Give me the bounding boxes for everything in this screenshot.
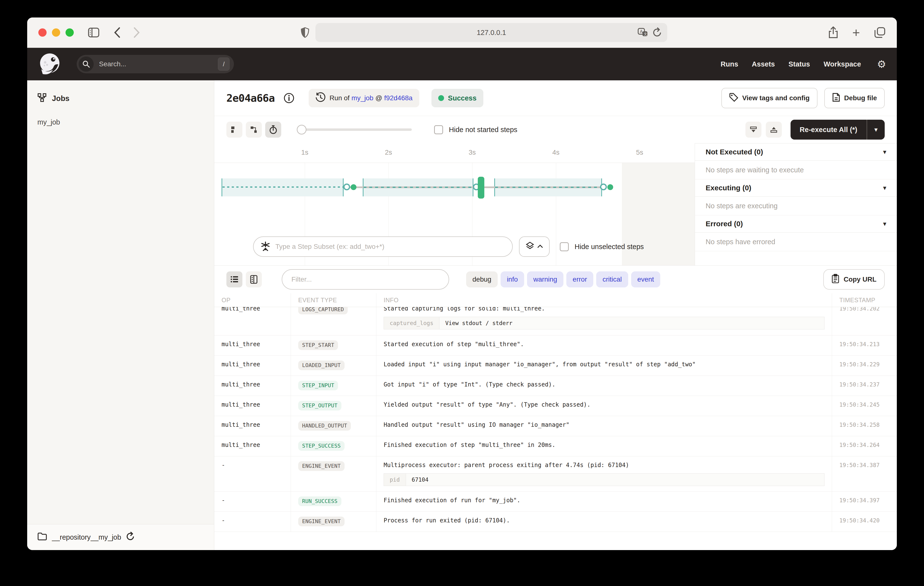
- timestamp-cell: 19:50:34.237: [832, 376, 897, 396]
- gantt-dashed-line: [363, 187, 473, 188]
- table-row[interactable]: multi_threeSTEP_INPUTGot input "i" of ty…: [214, 376, 897, 396]
- share-icon[interactable]: [828, 26, 838, 39]
- sidebar-toggle-icon[interactable]: [88, 27, 99, 38]
- nav-runs[interactable]: Runs: [721, 60, 738, 68]
- errored-section-header[interactable]: Errored (0) ▾: [695, 215, 897, 233]
- log-table-header: OP EVENT TYPE INFO TIMESTAMP: [214, 293, 897, 307]
- timestamp-cell: 19:50:34.245: [832, 396, 897, 416]
- dagster-logo[interactable]: [38, 52, 62, 76]
- table-row[interactable]: multi_threeLOGS_CAPTUREDStarted capturin…: [214, 307, 897, 336]
- info-text: Started execution of step "multi_three".: [384, 340, 825, 348]
- gantt-marker-circle[interactable]: [600, 184, 607, 190]
- run-page: 2e04a66a Run of my_job @ f92d468a Succes…: [214, 80, 897, 550]
- gantt-marker-dot[interactable]: [607, 184, 613, 190]
- op-name: multi_three: [221, 401, 284, 409]
- gantt-timed-view-button[interactable]: [265, 122, 281, 137]
- zoom-slider[interactable]: [298, 128, 412, 131]
- view-tags-config-button[interactable]: View tags and config: [721, 88, 817, 108]
- reexecute-all-button[interactable]: Re-execute All (*): [790, 120, 866, 139]
- log-level-event[interactable]: event: [631, 271, 660, 287]
- gear-icon[interactable]: ⚙: [877, 58, 886, 70]
- log-filter-input[interactable]: [291, 275, 440, 283]
- gantt-waterfall-view-button[interactable]: [246, 122, 262, 137]
- sidebar-item-my-job[interactable]: my_job: [37, 118, 204, 126]
- translate-icon[interactable]: A文: [638, 28, 648, 37]
- tab-overview-icon[interactable]: [874, 27, 886, 38]
- step-subset-input[interactable]: [275, 243, 505, 251]
- not-executed-empty-text: No steps are waiting to execute: [695, 161, 897, 179]
- gantt-step-bar[interactable]: [478, 177, 484, 199]
- collapse-panel-down-icon[interactable]: [746, 122, 761, 137]
- minimize-window-button[interactable]: [52, 28, 60, 36]
- axis-tick: 5s: [629, 149, 650, 156]
- event-type-cell: HANDLED_OUTPUT: [291, 416, 376, 436]
- table-row[interactable]: -ENGINE_EVENTMultiprocess executor: pare…: [214, 456, 897, 492]
- info-icon[interactable]: [284, 93, 295, 104]
- captured-logs-link[interactable]: View stdout / stderr: [439, 317, 824, 329]
- table-row[interactable]: multi_threeSTEP_SUCCESSFinished executio…: [214, 436, 897, 456]
- app-header: / Runs Assets Status Workspace ⚙: [27, 48, 897, 80]
- table-row[interactable]: multi_threeSTEP_STARTStarted execution o…: [214, 336, 897, 356]
- nav-assets[interactable]: Assets: [752, 60, 775, 68]
- reexecute-dropdown-button[interactable]: ▾: [867, 120, 885, 139]
- log-level-badges: debuginfowarningerrorcriticalevent: [466, 271, 660, 287]
- subset-apply-button[interactable]: [519, 237, 549, 257]
- log-level-info[interactable]: info: [501, 271, 524, 287]
- reload-icon[interactable]: [652, 27, 662, 38]
- repository-bar: __repository__my_job: [27, 524, 214, 550]
- step-subset-field[interactable]: [253, 237, 513, 257]
- executing-section-header[interactable]: Executing (0) ▾: [695, 179, 897, 197]
- commit-link[interactable]: f92d468a: [384, 94, 412, 102]
- info-cell: Started execution of step "multi_three".: [376, 336, 832, 355]
- table-row[interactable]: multi_threeSTEP_OUTPUTYielded output "re…: [214, 396, 897, 416]
- maximize-window-button[interactable]: [66, 28, 74, 36]
- hide-unselected-checkbox[interactable]: [560, 242, 569, 251]
- op-cell: multi_three: [214, 416, 291, 436]
- forward-icon[interactable]: [134, 27, 140, 38]
- op-name: multi_three: [221, 340, 284, 348]
- run-of-tag[interactable]: Run of my_job @ f92d468a: [309, 89, 419, 107]
- log-filter-field[interactable]: [282, 269, 449, 290]
- close-window-button[interactable]: [38, 28, 46, 36]
- info-cell: Got input "i" of type "Int". (Type check…: [376, 376, 832, 396]
- event-type-cell: STEP_SUCCESS: [291, 436, 376, 456]
- new-tab-icon[interactable]: +: [852, 26, 860, 39]
- op-name: -: [221, 461, 284, 469]
- back-icon[interactable]: [114, 27, 120, 38]
- column-header-event-type: EVENT TYPE: [291, 293, 376, 307]
- gantt-flat-view-button[interactable]: [226, 122, 243, 137]
- table-row[interactable]: multi_threeLOADED_INPUTLoaded input "i" …: [214, 356, 897, 376]
- log-level-critical[interactable]: critical: [596, 271, 628, 287]
- not-executed-section-header[interactable]: Not Executed (0) ▾: [695, 144, 897, 161]
- zoom-slider-knob[interactable]: [297, 125, 307, 134]
- log-level-debug[interactable]: debug: [466, 271, 498, 287]
- gantt-marker-circle[interactable]: [343, 184, 350, 190]
- table-row[interactable]: -ENGINE_EVENTProcess for run exited (pid…: [214, 512, 897, 532]
- browser-window: 127.0.0.1 A文 +: [27, 18, 897, 550]
- table-row[interactable]: multi_threeHANDLED_OUTPUTHandled output …: [214, 416, 897, 436]
- run-tag-separator: @: [375, 94, 382, 102]
- address-bar[interactable]: 127.0.0.1 A文: [315, 23, 667, 42]
- debug-file-button[interactable]: Debug file: [824, 88, 885, 108]
- nav-workspace[interactable]: Workspace: [823, 60, 861, 68]
- job-link[interactable]: my_job: [351, 94, 373, 102]
- timestamp-text: 19:50:34.237: [839, 381, 889, 388]
- nav-status[interactable]: Status: [789, 60, 810, 68]
- log-structured-view-button[interactable]: [246, 271, 262, 287]
- refresh-icon[interactable]: [126, 532, 135, 543]
- status-text: Success: [448, 94, 477, 102]
- hide-not-started-checkbox[interactable]: [434, 125, 443, 134]
- event-type-tag: RUN_SUCCESS: [298, 497, 342, 506]
- copy-url-button[interactable]: Copy URL: [823, 269, 885, 290]
- search-input[interactable]: [99, 60, 218, 68]
- shield-icon[interactable]: [301, 27, 309, 38]
- log-level-error[interactable]: error: [566, 271, 593, 287]
- log-list-view-button[interactable]: [226, 271, 243, 287]
- log-level-warning[interactable]: warning: [527, 271, 563, 287]
- timestamp-text: 19:50:34.213: [839, 340, 889, 348]
- table-row[interactable]: -RUN_SUCCESSFinished execution of run fo…: [214, 492, 897, 512]
- gantt-chart[interactable]: 1s 2s 3s 4s 5s: [214, 143, 695, 265]
- gantt-marker-dot[interactable]: [351, 184, 356, 190]
- collapse-panel-up-icon[interactable]: [766, 122, 782, 137]
- global-search[interactable]: /: [77, 55, 234, 73]
